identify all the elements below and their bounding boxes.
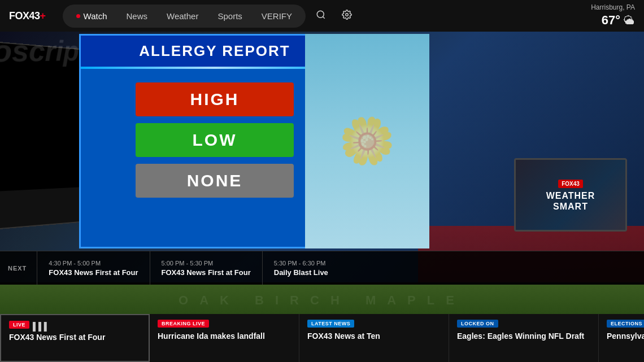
weather-smart-monitor[interactable]: FOX43 WEATHERSMART [514, 158, 627, 232]
nav-weather-label: Weather [167, 11, 198, 21]
live-dot [76, 14, 80, 18]
card-title-2: FOX43 News at Ten [307, 331, 441, 341]
news-card-1[interactable]: BREAKING LIVE Hurricane Ida makes landfa… [150, 314, 299, 362]
next-label: NEXT [8, 265, 27, 272]
channel-label: FOX43 [558, 180, 583, 188]
pollen-text: OAK BIRCH MAPLE [179, 293, 465, 308]
svg-point-0 [317, 11, 324, 18]
monitor-screen [0, 42, 86, 191]
schedule-item-2[interactable]: 5:00 PM - 5:30 PM FOX43 News First at Fo… [150, 251, 262, 285]
pollen-banner: OAK BIRCH MAPLE [0, 285, 644, 316]
schedule-item-1[interactable]: 4:30 PM - 5:00 PM FOX43 News First at Fo… [37, 251, 149, 285]
svg-line-1 [323, 16, 324, 18]
weather-cloud-icon: 🌥 [624, 13, 635, 28]
card-badge-row-3: LOCKED ON [457, 320, 590, 331]
nav-verify-label: VERIFY [262, 11, 292, 21]
news-cards-row: LIVE ▌▌▌ FOX43 News First at Four BREAKI… [0, 314, 644, 362]
monitor-content: FOX43 WEATHERSMART [546, 178, 595, 212]
schedule-time-3: 5:30 PM - 6:30 PM [274, 260, 341, 267]
location-label: Harrisburg, PA [591, 3, 635, 12]
allergy-high: HIGH [136, 82, 294, 116]
nav-watch-label: Watch [84, 11, 107, 21]
allergy-title: ALLERGY REPORT [139, 42, 290, 59]
card-title-3: Eagles: Eagles Winning NFL Draft [457, 331, 590, 341]
search-icon [316, 10, 326, 20]
news-card-3[interactable]: LOCKED ON Eagles: Eagles Winning NFL Dra… [449, 314, 599, 362]
schedule-show-1: FOX43 News First at Four [49, 268, 138, 277]
card-badge-2: LATEST NEWS [307, 320, 354, 328]
news-card-4[interactable]: ELECTIONS Pennsylvania see terms e... [599, 314, 644, 362]
header: FOX43+ Watch News Weather Sports VERIFY [0, 0, 644, 32]
schedule-time-2: 5:00 PM - 5:30 PM [162, 260, 251, 267]
card-badge-row-2: LATEST NEWS [307, 320, 441, 331]
nav-news[interactable]: News [118, 8, 157, 24]
dandelion-icon: 🌼 [339, 115, 395, 168]
card-title-1: Hurricane Ida makes landfall [158, 331, 291, 341]
site-logo[interactable]: FOX43+ [9, 10, 46, 22]
allergy-low: LOW [136, 123, 294, 157]
logo-number: 43 [29, 10, 40, 21]
nav-pill: Watch News Weather Sports VERIFY [63, 5, 306, 28]
card-badge-row-1: BREAKING LIVE [158, 320, 291, 331]
nav-weather[interactable]: Weather [158, 8, 207, 24]
nav-sports[interactable]: Sports [208, 8, 251, 24]
nav-sports-label: Sports [217, 11, 242, 21]
allergy-none: NONE [136, 164, 294, 198]
weather-smart-title: WEATHERSMART [546, 190, 595, 212]
search-button[interactable] [314, 7, 328, 25]
card-title-4: Pennsylvania see terms e... [607, 331, 644, 341]
temperature-value: 67° [602, 12, 620, 29]
gear-icon [342, 10, 352, 20]
schedule-bar: NEXT 4:30 PM - 5:00 PM FOX43 News First … [0, 251, 644, 285]
schedule-item-3[interactable]: 5:30 PM - 6:30 PM Daily Blast Live [262, 251, 353, 285]
temperature-row: 67° 🌥 [602, 12, 635, 29]
schedule-show-3: Daily Blast Live [274, 268, 341, 277]
card-badge-4: ELECTIONS [607, 320, 644, 328]
studio-monitor-left [0, 41, 87, 230]
card-badge-0: LIVE [9, 321, 29, 329]
nav-watch[interactable]: Watch [67, 8, 116, 24]
card-badge-row-0: LIVE ▌▌▌ [9, 321, 141, 332]
settings-button[interactable] [340, 7, 354, 25]
schedule-time-1: 4:30 PM - 5:00 PM [49, 260, 138, 267]
svg-point-2 [346, 13, 349, 16]
card-title-0: FOX43 News First at Four [9, 332, 141, 342]
signal-icon-0: ▌▌▌ [33, 322, 50, 331]
schedule-show-2: FOX43 News First at Four [162, 268, 251, 277]
nav-news-label: News [127, 11, 148, 21]
news-card-0[interactable]: LIVE ▌▌▌ FOX43 News First at Four [0, 314, 150, 362]
dandelion-panel: 🌼 [305, 34, 429, 248]
logo-fox: FOX [9, 10, 29, 21]
card-badge-3: LOCKED ON [457, 320, 498, 328]
nav-verify[interactable]: VERIFY [253, 8, 301, 24]
card-badge-1: BREAKING LIVE [158, 320, 209, 328]
card-badge-row-4: ELECTIONS [607, 320, 644, 331]
nav-icon-group [314, 7, 354, 25]
news-card-2[interactable]: LATEST NEWS FOX43 News at Ten [299, 314, 449, 362]
header-weather: Harrisburg, PA 67° 🌥 [591, 3, 635, 28]
hero-section: oscript ALLERGY REPORT HIGH LOW NONE 🌼 F… [0, 0, 644, 282]
logo-plus: + [40, 10, 46, 21]
